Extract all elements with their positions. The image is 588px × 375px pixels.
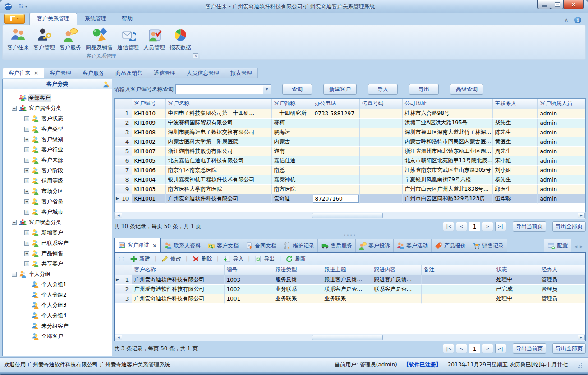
column-header[interactable]: 状态 <box>494 265 539 275</box>
refresh-button[interactable]: 刷新 <box>283 254 308 264</box>
customer-row[interactable]: ▶10KH1001广州爱奇迪软件科技有限公司爱奇迪87207160广州市白云区同… <box>115 194 585 203</box>
tree-item[interactable]: −客户状态分类 <box>3 217 112 228</box>
tree-item[interactable]: 全部客户 <box>3 93 112 103</box>
import-button[interactable]: 导入 <box>220 254 246 264</box>
detail-tab-contacts[interactable]: 联系人资料 <box>161 239 204 252</box>
tree-manage-icon[interactable] <box>103 81 110 88</box>
follow-up-row[interactable]: 3广州爱奇迪软件科技有限公司1001业务联系业务联系处理中管理员 <box>115 294 585 303</box>
plus-expander-icon[interactable]: + <box>24 199 29 204</box>
tree-item[interactable]: −个人分组 <box>3 269 112 279</box>
ribbon-button-customer-service[interactable]: 客户服务 <box>58 26 83 53</box>
column-header[interactable]: 备注 <box>421 265 494 275</box>
tree-item[interactable]: 个人分组4 <box>3 311 112 321</box>
column-header[interactable]: 经办人 <box>539 265 585 275</box>
plus-expander-icon[interactable]: + <box>24 210 29 215</box>
page-number-input[interactable] <box>469 222 480 231</box>
customer-table-hscrollbar[interactable]: ◀ ▶ <box>114 212 586 219</box>
tree-item[interactable]: 个人分组2 <box>3 290 112 300</box>
detail-tab-sales-record[interactable]: 销售记录 <box>469 239 507 252</box>
last-page-button[interactable]: >| <box>495 344 506 353</box>
tree-item[interactable]: 未分组客户 <box>3 321 112 331</box>
tree-item[interactable]: +新增客户 <box>3 228 112 238</box>
follow-up-row[interactable]: ▶1广州爱奇迪软件科技有限公司1003服务反馈跟进客户反馈...跟进客户反馈..… <box>115 275 585 284</box>
detail-tab-follow-up[interactable]: 客户跟进× <box>114 238 161 252</box>
detail-tab-activity[interactable]: 客户活动 <box>394 239 432 252</box>
delete-button[interactable]: 删除 <box>189 254 215 264</box>
customer-row[interactable]: 2KH1009宁波赛柯国际贸易有限公司赛柯洪塘工业A区洪大路195号柴先生adm… <box>115 118 585 128</box>
last-page-button[interactable]: >| <box>495 222 506 231</box>
column-header[interactable]: 主联系人 <box>492 99 537 109</box>
prev-page-button[interactable]: < <box>456 344 467 353</box>
doc-tab-customer-manage[interactable]: 客户管理 <box>44 68 77 78</box>
scroll-left-icon[interactable]: ◀ <box>115 213 122 218</box>
status-license-link[interactable]: 【软件已注册】 <box>404 361 441 369</box>
detail-tab-maintenance[interactable]: 维护记录 <box>280 239 318 252</box>
customer-row[interactable]: 8KH1004银川嘉泰神机工程软件技术有限公司嘉泰神机宁夏银川凤凰南街79号六楼… <box>115 175 585 184</box>
close-button[interactable]: ✕ <box>563 0 584 9</box>
plus-expander-icon[interactable]: + <box>24 189 29 194</box>
plus-expander-icon[interactable]: + <box>24 127 29 132</box>
doc-tab-personnel-info[interactable]: 人员信息管理 <box>181 68 225 78</box>
scroll-left-icon[interactable]: ◀ <box>115 335 122 340</box>
ribbon-button-products-sales[interactable]: 商品及销售 <box>84 26 115 53</box>
edit-button[interactable]: 修改 <box>158 254 184 264</box>
tree-item[interactable]: +信用等级 <box>3 176 112 186</box>
tree-item[interactable]: −客户属性分类 <box>3 103 112 114</box>
scroll-right-icon[interactable]: ▶ <box>578 213 585 218</box>
minus-expander-icon[interactable]: − <box>12 272 17 277</box>
detail-table-hscrollbar[interactable]: ◀ ▶ <box>115 334 585 341</box>
help-info-icon[interactable]: i <box>574 17 581 23</box>
detail-tab-contract-docs[interactable]: 合同文档 <box>242 239 280 252</box>
column-header[interactable]: 客户简称 <box>271 99 312 109</box>
customer-row[interactable]: 7KH1006南京军区南京总医院南总江苏省南京市玄武区中山东路305号刘小姐ad… <box>115 165 585 175</box>
tab-scroll-left-icon[interactable]: ◀ <box>574 244 577 249</box>
plus-expander-icon[interactable]: + <box>24 251 29 256</box>
customer-row[interactable]: 9KH1003南方医科大学南方医院南方医院广州市白云区广州大道北1838号...… <box>115 184 585 194</box>
minimize-button[interactable] <box>537 0 551 9</box>
close-tab-icon[interactable]: × <box>152 242 157 249</box>
column-header[interactable]: 办公电话 <box>312 99 359 109</box>
next-page-button[interactable]: > <box>482 222 493 231</box>
column-header[interactable]: 跟进主题 <box>322 265 372 275</box>
tree-item[interactable]: +客户省份 <box>3 197 112 207</box>
tree-item[interactable]: +客户状态 <box>3 114 112 124</box>
plus-expander-icon[interactable]: + <box>24 158 29 163</box>
prev-page-button[interactable]: < <box>456 222 467 231</box>
ribbon-tab-system[interactable]: 系统管理 <box>77 13 114 25</box>
minus-expander-icon[interactable]: − <box>12 220 17 225</box>
column-header[interactable]: 传真号码 <box>359 99 402 109</box>
export-all-pages-button[interactable]: 导出全部页 <box>552 343 586 354</box>
first-page-button[interactable]: |< <box>443 222 454 231</box>
tree-item[interactable]: +客户来源 <box>3 155 112 165</box>
new-customer-button[interactable]: 新建客户 <box>323 84 357 95</box>
tree-item[interactable]: 个人分组1 <box>3 279 112 290</box>
detail-tab-customer-docs[interactable]: 客户文档 <box>204 239 242 252</box>
customer-row[interactable]: 1KH1010中国电子科技集团公司第三十四研...三十四研究所0733-5881… <box>115 109 585 118</box>
column-header[interactable]: 客户编号 <box>132 99 165 109</box>
plus-expander-icon[interactable]: + <box>24 230 29 235</box>
page-number-input[interactable] <box>469 344 480 353</box>
export-all-pages-button[interactable]: 导出全部页 <box>552 221 586 232</box>
doc-tab-report-manage[interactable]: 报表管理 <box>225 68 258 78</box>
detail-tab-config[interactable]: 配置 <box>544 239 571 252</box>
export-current-page-button[interactable]: 导出当前页 <box>513 221 546 232</box>
minus-expander-icon[interactable]: − <box>12 106 17 111</box>
plus-expander-icon[interactable]: + <box>24 147 29 152</box>
combo-dropdown-button[interactable]: ▼ <box>263 85 271 94</box>
customer-row[interactable]: 4KH1002内蒙古医科大学第二附属医院内蒙古内蒙古呼和浩特市回民区内蒙古医..… <box>115 137 585 146</box>
column-header[interactable]: 公司地址 <box>402 99 492 109</box>
editing-cell[interactable]: 87207160 <box>313 195 359 203</box>
close-tab-icon[interactable]: × <box>34 70 38 76</box>
column-header[interactable]: 客户名称 <box>165 99 271 109</box>
tree-item[interactable]: +客户级别 <box>3 134 112 145</box>
tree-item[interactable]: +市场分区 <box>3 186 112 197</box>
column-header[interactable]: 跟进内容 <box>372 265 421 275</box>
ribbon-button-customer-manage[interactable]: 客户管理 <box>32 26 57 53</box>
ribbon-tab-crm[interactable]: 客户关系管理 <box>29 13 77 25</box>
panel-splitter[interactable]: •••• <box>114 234 586 238</box>
tree-item[interactable]: 全部客户 <box>3 331 112 342</box>
column-header[interactable]: 编号 <box>224 265 273 275</box>
plus-expander-icon[interactable]: + <box>24 178 29 183</box>
plus-expander-icon[interactable]: + <box>24 261 29 266</box>
advanced-query-button[interactable]: 高级查询 <box>450 84 483 95</box>
